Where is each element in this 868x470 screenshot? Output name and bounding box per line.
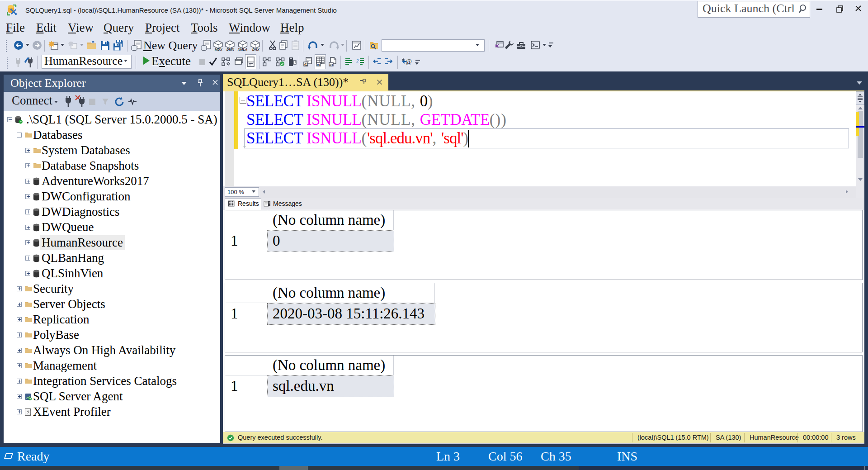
svg-text:01: 01 — [304, 63, 308, 66]
svg-text:DAX: DAX — [252, 47, 260, 51]
svg-text:DMX: DMX — [226, 47, 235, 51]
svg-text:XMLA: XMLA — [237, 47, 247, 51]
svg-text:01: 01 — [317, 63, 321, 66]
svg-text:2: 2 — [356, 58, 359, 63]
svg-text:@: @ — [406, 58, 412, 65]
svg-text:MDX: MDX — [215, 47, 223, 51]
svg-text:01: 01 — [330, 63, 333, 66]
